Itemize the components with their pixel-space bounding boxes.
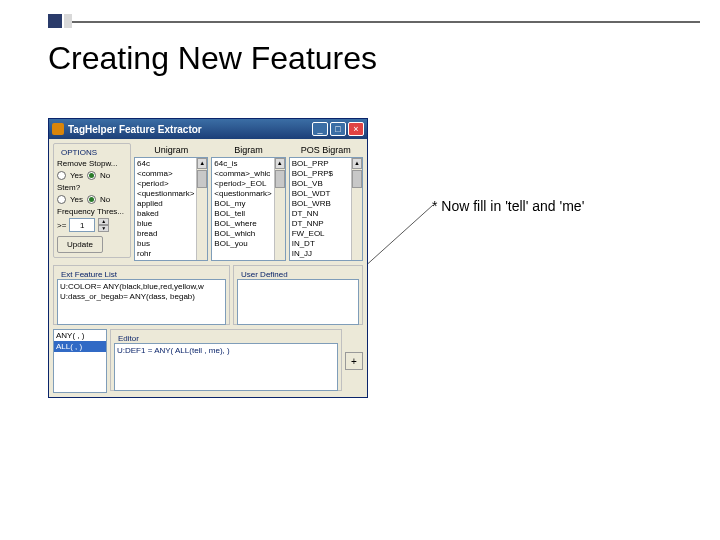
stem-yes-radio[interactable] (57, 195, 66, 204)
ext-feature-legend: Ext Feature List (59, 270, 119, 279)
list-item[interactable]: rohr (137, 249, 195, 259)
update-button[interactable]: Update (57, 236, 103, 253)
freq-label: Frequency Thres... (57, 205, 127, 218)
scroll-up-button[interactable]: ▲ (352, 158, 362, 169)
scroll-up-button[interactable]: ▲ (197, 158, 207, 169)
list-item[interactable]: BOL_you (214, 239, 272, 249)
stem-yes-label: Yes (70, 195, 83, 204)
freq-down-button[interactable]: ▼ (98, 225, 109, 232)
list-item[interactable]: DT_NNP (292, 219, 350, 229)
minimize-button[interactable]: _ (312, 122, 328, 136)
list-item[interactable]: ANY( , ) (54, 330, 106, 341)
stopwords-yes-label: Yes (70, 171, 83, 180)
user-defined-listbox[interactable] (237, 279, 359, 325)
list-item[interactable]: <comma>_whic (214, 169, 272, 179)
user-defined-legend: User Defined (239, 270, 290, 279)
slide-divider (72, 21, 700, 23)
freq-input[interactable] (69, 218, 95, 232)
stopwords-no-radio[interactable] (87, 171, 96, 180)
editor-legend: Editor (116, 334, 141, 343)
bigram-listbox[interactable]: 64c_is <comma>_whic <period>_EOL <questi… (211, 157, 285, 261)
list-item[interactable]: bus (137, 239, 195, 249)
ext-feature-listbox[interactable]: U:COLOR= ANY(black,blue,red,yellow,w U:d… (57, 279, 226, 325)
list-item[interactable]: BOL_which (214, 229, 272, 239)
slide-accent-light (64, 14, 72, 28)
scrollbar[interactable]: ▲ (196, 158, 207, 260)
scrollbar[interactable]: ▲ (274, 158, 285, 260)
list-item[interactable]: blue (137, 219, 195, 229)
editor-text: U:DEF1 = ANY( ALL(tell , me), ) (117, 346, 230, 355)
options-panel: OPTIONS Remove Stopw... Yes No Stem? Yes… (53, 143, 131, 258)
app-window: TagHelper Feature Extractor _ □ × OPTION… (48, 118, 368, 398)
annotation-text: * Now fill in 'tell' and 'me' (432, 198, 584, 214)
editor-textbox[interactable]: U:DEF1 = ANY( ALL(tell , me), ) (114, 343, 338, 391)
scroll-thumb[interactable] (275, 170, 285, 188)
list-item[interactable]: FW_EOL (292, 229, 350, 239)
close-button[interactable]: × (348, 122, 364, 136)
list-item[interactable]: <comma> (137, 169, 195, 179)
unigram-header: Unigram (134, 143, 208, 157)
slide-accent-square (48, 14, 62, 28)
stem-label: Stem? (57, 181, 127, 194)
list-item[interactable]: 64c_is (214, 159, 272, 169)
list-item[interactable]: U:COLOR= ANY(black,blue,red,yellow,w (60, 282, 223, 292)
ext-feature-panel: Ext Feature List U:COLOR= ANY(black,blue… (53, 265, 230, 325)
freq-up-button[interactable]: ▲ (98, 218, 109, 225)
list-item[interactable]: BOL_my (214, 199, 272, 209)
scrollbar[interactable]: ▲ (351, 158, 362, 260)
titlebar[interactable]: TagHelper Feature Extractor _ □ × (49, 119, 367, 139)
list-item[interactable]: 64c (137, 159, 195, 169)
list-item[interactable]: applied (137, 199, 195, 209)
slide-title: Creating New Features (48, 40, 377, 77)
list-item[interactable]: BOL_PRP$ (292, 169, 350, 179)
list-item[interactable]: U:dass_or_begab= ANY(dass, begab) (60, 292, 223, 302)
list-item[interactable]: <questionmark> (214, 189, 272, 199)
unigram-listbox[interactable]: 64c <comma> <period> <questionmark> appl… (134, 157, 208, 261)
add-button[interactable]: + (345, 352, 363, 370)
list-item[interactable]: BOL_where (214, 219, 272, 229)
scroll-up-button[interactable]: ▲ (275, 158, 285, 169)
list-item[interactable]: BOL_VB (292, 179, 350, 189)
stem-no-radio[interactable] (87, 195, 96, 204)
list-item[interactable]: BOL_PRP (292, 159, 350, 169)
list-item[interactable]: IN_JJ (292, 249, 350, 259)
remove-stopwords-label: Remove Stopw... (57, 157, 127, 170)
function-listbox[interactable]: ANY( , ) ALL( , ) (53, 329, 107, 393)
list-item[interactable]: BOL_WRB (292, 199, 350, 209)
scroll-thumb[interactable] (197, 170, 207, 188)
list-item[interactable]: <period>_EOL (214, 179, 272, 189)
posbigram-header: POS Bigram (289, 143, 363, 157)
options-legend: OPTIONS (59, 148, 99, 157)
list-item[interactable]: BOL_WDT (292, 189, 350, 199)
list-item[interactable]: <questionmark> (137, 189, 195, 199)
stopwords-no-label: No (100, 171, 110, 180)
stem-no-label: No (100, 195, 110, 204)
list-item[interactable]: BOL_tell (214, 209, 272, 219)
bigram-header: Bigram (211, 143, 285, 157)
posbigram-listbox[interactable]: BOL_PRP BOL_PRP$ BOL_VB BOL_WDT BOL_WRB … (289, 157, 363, 261)
list-item[interactable]: DT_NN (292, 209, 350, 219)
scroll-thumb[interactable] (352, 170, 362, 188)
user-defined-panel: User Defined (233, 265, 363, 325)
list-item[interactable]: baked (137, 209, 195, 219)
maximize-button[interactable]: □ (330, 122, 346, 136)
stopwords-yes-radio[interactable] (57, 171, 66, 180)
app-icon (52, 123, 64, 135)
window-title: TagHelper Feature Extractor (68, 124, 312, 135)
list-item[interactable]: bread (137, 229, 195, 239)
list-item[interactable]: ALL( , ) (54, 341, 106, 352)
ge-label: >= (57, 221, 66, 230)
list-item[interactable]: <period> (137, 179, 195, 189)
list-item[interactable]: IN_DT (292, 239, 350, 249)
editor-panel: Editor U:DEF1 = ANY( ALL(tell , me), ) (110, 329, 342, 391)
